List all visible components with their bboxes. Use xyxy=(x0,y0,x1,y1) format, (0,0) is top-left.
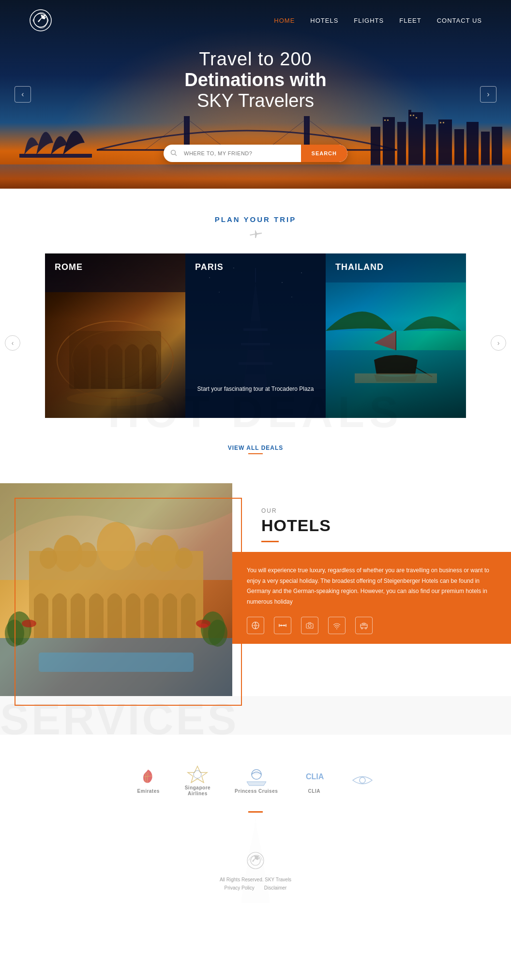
hero-line2: Detinations with xyxy=(184,70,326,90)
partners-row: Emirates SingaporeAirlines Princess Crui… xyxy=(29,764,482,797)
svg-rect-15 xyxy=(481,132,490,165)
destinations-prev-button[interactable]: ‹ xyxy=(5,335,20,351)
amenity-camera xyxy=(301,617,318,634)
singapore-label: SingaporeAirlines xyxy=(185,785,210,797)
section-divider xyxy=(0,229,511,239)
nav-item-hotels[interactable]: HOTELS xyxy=(310,16,338,25)
nav-item-flights[interactable]: FLIGHTS xyxy=(354,16,384,25)
svg-rect-19 xyxy=(410,115,411,116)
svg-rect-17 xyxy=(384,119,386,121)
destinations-row: ROME xyxy=(27,253,484,418)
princess-icon xyxy=(244,767,269,787)
svg-point-24 xyxy=(171,150,176,154)
partner-singapore: SingaporeAirlines xyxy=(185,764,210,797)
hero-next-button[interactable]: › xyxy=(480,86,496,103)
svg-rect-14 xyxy=(466,122,479,165)
svg-rect-21 xyxy=(416,117,417,119)
destination-card-rome[interactable]: ROME xyxy=(45,253,185,418)
svg-text:CLIA: CLIA xyxy=(306,772,324,781)
dest-paris-label: PARIS xyxy=(195,262,224,272)
svg-point-77 xyxy=(336,628,337,629)
footer-disclaimer-link[interactable]: Disclaimer xyxy=(264,885,287,891)
emirates-icon xyxy=(136,767,161,787)
hero-line1: Travel to 200 xyxy=(184,49,326,70)
svg-rect-20 xyxy=(413,115,414,116)
destination-card-paris[interactable]: PARIS Start your fascinating tour at Tro… xyxy=(185,253,326,418)
svg-rect-12 xyxy=(438,119,452,165)
svg-rect-74 xyxy=(284,624,285,626)
svg-line-25 xyxy=(175,154,177,156)
princess-label: Princess Cruises xyxy=(235,788,278,794)
footer: All Rights Reserved. SKY Travels Privacy… xyxy=(0,832,511,905)
amenity-fitness xyxy=(274,617,291,634)
hotels-inner: OUR HOTELS You will experience true luxu… xyxy=(0,483,511,696)
footer-logo-icon xyxy=(246,851,265,870)
search-input[interactable] xyxy=(184,145,301,162)
svg-rect-23 xyxy=(443,122,444,123)
city-skyline xyxy=(366,107,511,165)
footer-links: Privacy Policy Disclaimer xyxy=(29,885,482,891)
search-icon xyxy=(164,149,184,158)
hero-prev-button[interactable]: ‹ xyxy=(15,86,31,103)
svg-rect-13 xyxy=(454,129,464,165)
nav-links: HOME HOTELS FLIGHTS FLEET CONTACT US xyxy=(274,16,482,25)
footer-logo xyxy=(29,851,482,870)
svg-rect-71 xyxy=(279,624,280,627)
hero-text: Travel to 200 Detinations with SKY Trave… xyxy=(184,49,326,111)
hotel-title-bar xyxy=(261,541,279,542)
partner-clia: CLIA CLIA xyxy=(302,767,326,794)
hotel-image-wrap xyxy=(0,483,232,696)
logo[interactable] xyxy=(29,9,52,32)
nav-item-home[interactable]: HOME xyxy=(274,16,295,25)
dest-thailand-label: THAILAND xyxy=(335,262,384,272)
singapore-icon xyxy=(185,764,210,783)
svg-point-76 xyxy=(308,624,311,627)
plan-title: PLAN YOUR TRIP xyxy=(0,215,511,223)
svg-rect-70 xyxy=(280,625,286,626)
hotel-content: OUR HOTELS You will experience true luxu… xyxy=(232,483,511,696)
clia-label: CLIA xyxy=(308,788,320,794)
partner-emirates: Emirates xyxy=(136,767,161,794)
hotel-description: You will experience true luxury, regardl… xyxy=(247,565,496,607)
destinations-next-button[interactable]: › xyxy=(491,335,506,351)
svg-rect-16 xyxy=(492,127,502,165)
amenity-wifi xyxy=(328,617,346,634)
navbar: HOME HOTELS FLIGHTS FLEET CONTACT US xyxy=(0,0,511,41)
svg-rect-10 xyxy=(408,110,411,115)
amenity-transport xyxy=(355,617,373,634)
svg-rect-22 xyxy=(440,122,441,123)
svg-point-85 xyxy=(360,777,365,783)
hotels-section: OUR HOTELS You will experience true luxu… xyxy=(0,483,511,735)
view-all-deals-link[interactable]: VIEW ALL DEALS xyxy=(228,445,284,454)
svg-rect-18 xyxy=(387,119,389,121)
svg-rect-7 xyxy=(383,117,395,165)
svg-rect-8 xyxy=(397,122,406,165)
svg-point-0 xyxy=(30,10,51,31)
search-button[interactable]: SEARCH xyxy=(301,145,347,162)
search-bar: SEARCH xyxy=(164,145,347,162)
nav-item-fleet[interactable]: FLEET xyxy=(399,16,421,25)
hotel-image-frame xyxy=(15,498,242,706)
hero-line3: SKY Travelers xyxy=(184,90,326,111)
clia-icon: CLIA xyxy=(302,767,326,787)
partner-5 xyxy=(350,771,375,790)
nav-item-contact[interactable]: CONTACT US xyxy=(437,16,482,25)
svg-rect-6 xyxy=(371,127,380,165)
destination-card-thailand[interactable]: THAILAND xyxy=(326,253,466,418)
partner-princess: Princess Cruises xyxy=(235,767,278,794)
partner5-icon xyxy=(350,771,375,790)
dest-rome-label: ROME xyxy=(55,262,83,272)
hotel-sub-label: OUR xyxy=(261,507,492,514)
destinations-wrapper: ‹ xyxy=(0,253,511,432)
svg-rect-73 xyxy=(281,624,282,626)
partners-section: Emirates SingaporeAirlines Princess Crui… xyxy=(0,735,511,832)
svg-point-91 xyxy=(243,879,268,903)
hotel-title: HOTELS xyxy=(261,516,492,535)
svg-rect-9 xyxy=(408,112,423,165)
plan-section: PLAN YOUR TRIP ‹ xyxy=(0,189,511,464)
divider-plane-icon xyxy=(248,229,263,239)
dest-paris-desc: Start your fascinating tour at Trocadero… xyxy=(195,385,316,394)
footer-privacy-link[interactable]: Privacy Policy xyxy=(225,885,255,891)
svg-point-80 xyxy=(365,628,367,629)
svg-rect-72 xyxy=(286,624,286,627)
